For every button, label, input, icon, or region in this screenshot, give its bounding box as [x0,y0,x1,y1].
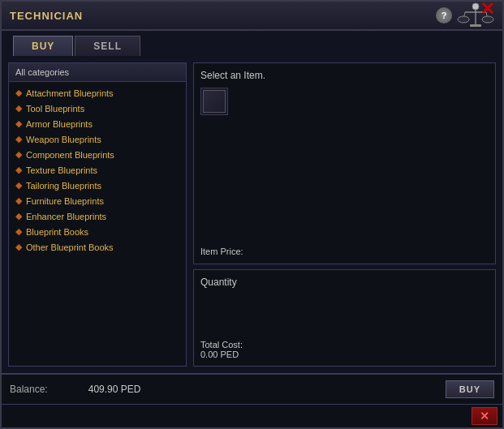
balance-section: Balance: 409.90 PED [10,384,140,395]
item-price-label: Item Price: [200,247,243,256]
content-area: All categories ◆ Attachment Blueprints ◆… [2,56,502,373]
category-label: Tailoring Blueprints [26,181,101,191]
quantity-panel: Quantity Total Cost: 0.00 PED [193,269,496,367]
balance-value: 409.90 PED [88,384,141,395]
category-header: All categories [9,63,186,82]
category-label: Attachment Blueprints [26,88,114,98]
category-item-armor-blueprints[interactable]: ◆ Armor Blueprints [9,116,186,131]
svg-point-6 [482,16,493,23]
help-button[interactable]: ? [436,7,452,24]
category-item-weapon-blueprints[interactable]: ◆ Weapon Blueprints [9,131,186,147]
arrow-icon: ◆ [15,211,22,221]
item-panel: Select an Item. Item Price: [193,62,496,264]
category-label: Weapon Blueprints [26,135,101,144]
title-icons: ? [436,1,494,30]
close-icon: ✕ [480,410,489,423]
close-button[interactable]: ✕ [472,407,498,425]
window-title: TECHNICIAN [10,10,83,22]
arrow-icon: ◆ [15,118,22,129]
tab-bar: BUY SELL [2,31,502,56]
category-item-furniture-blueprints[interactable]: ◆ Furniture Blueprints [9,193,186,208]
arrow-icon: ◆ [15,134,22,144]
arrow-icon: ◆ [15,180,22,191]
category-label: Blueprint Books [26,227,88,237]
category-item-enhancer-blueprints[interactable]: ◆ Enhancer Blueprints [9,208,186,224]
tab-sell[interactable]: SELL [75,36,140,56]
scale-icon [457,1,494,30]
category-label: Enhancer Blueprints [26,212,106,221]
total-cost-value: 0.00 PED [200,350,489,359]
category-panel: All categories ◆ Attachment Blueprints ◆… [8,62,187,367]
category-item-blueprint-books[interactable]: ◆ Blueprint Books [9,224,186,239]
svg-point-5 [458,16,469,23]
category-label: Armor Blueprints [26,119,93,129]
category-label: Component Blueprints [26,150,114,160]
arrow-icon: ◆ [15,242,22,252]
quantity-title: Quantity [200,277,489,288]
item-price-area: Item Price: [200,239,489,257]
bottom-bar: Balance: 409.90 PED BUY [2,373,502,404]
close-bar: ✕ [2,404,502,427]
title-bar: TECHNICIAN ? [2,2,502,31]
arrow-icon: ◆ [15,226,22,237]
arrow-icon: ◆ [15,195,22,206]
category-item-tool-blueprints[interactable]: ◆ Tool Blueprints [9,101,186,116]
category-label: Furniture Blueprints [26,196,104,206]
arrow-icon: ◆ [15,165,22,175]
arrow-icon: ◆ [15,88,22,98]
technician-window: TECHNICIAN ? [0,0,504,429]
total-cost-label: Total Cost: [200,340,489,350]
arrow-icon: ◆ [15,103,22,114]
category-label: Other Blueprint Books [26,242,114,252]
right-panel: Select an Item. Item Price: Quantity Tot… [193,62,496,367]
category-list: ◆ Attachment Blueprints ◆ Tool Blueprint… [9,82,186,366]
buy-button[interactable]: BUY [446,380,494,398]
item-slot [200,88,228,115]
category-item-attachment-blueprints[interactable]: ◆ Attachment Blueprints [9,85,186,101]
category-item-texture-blueprints[interactable]: ◆ Texture Blueprints [9,162,186,178]
category-item-other-blueprint-books[interactable]: ◆ Other Blueprint Books [9,239,186,255]
arrow-icon: ◆ [15,149,22,160]
item-panel-title: Select an Item. [200,70,489,81]
category-item-tailoring-blueprints[interactable]: ◆ Tailoring Blueprints [9,178,186,193]
balance-label: Balance: [10,384,48,395]
category-label: Texture Blueprints [26,165,97,175]
total-cost-area: Total Cost: 0.00 PED [200,340,489,359]
svg-point-0 [472,3,479,10]
item-slot-inner [203,90,226,113]
svg-rect-7 [470,24,481,27]
tab-buy[interactable]: BUY [13,36,73,56]
category-item-component-blueprints[interactable]: ◆ Component Blueprints [9,147,186,162]
category-label: Tool Blueprints [26,104,84,114]
